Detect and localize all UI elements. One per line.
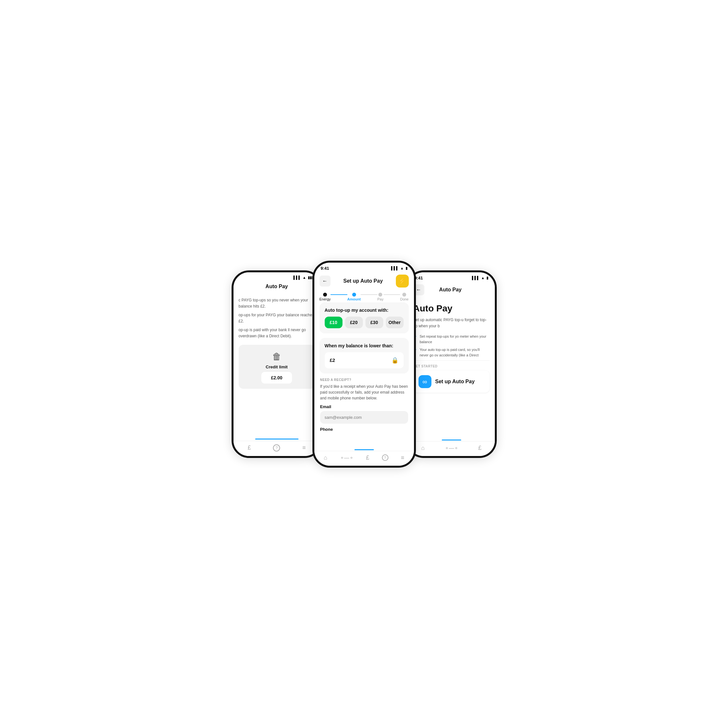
topup-card: Auto top-up my account with: £10 £20 £30… [320, 302, 409, 333]
left-header: Auto Pay [234, 281, 320, 292]
nav-help[interactable]: ? [382, 454, 388, 461]
step-dot-done [402, 293, 406, 297]
step-dot-pay [378, 293, 382, 297]
back-button[interactable]: ← [320, 275, 330, 286]
right-nav-payments[interactable]: £ [478, 445, 482, 451]
right-body: Auto Pay Set up automatic PAYG top-u for… [408, 298, 495, 398]
step-label-pay: Pay [378, 297, 384, 301]
nav-home[interactable]: ⌂ [324, 454, 327, 461]
right-header: ← Auto Pay [408, 282, 495, 298]
balance-card: When my balance is lower than: £2 🔒 [320, 338, 409, 373]
checklist-item-2: ✓ Your auto top-up is paid card, so you'… [413, 347, 489, 358]
amount-30[interactable]: £30 [366, 317, 383, 328]
center-phone: 9:41 ▌▌▌ ▲ ▮ ← Set up Auto Pay ⚡ [312, 261, 416, 468]
center-time: 9:41 [321, 266, 329, 271]
left-text-3: op-up is paid with your bank ll never go… [239, 327, 315, 339]
balance-card-title: When my balance is lower than: [325, 343, 404, 348]
email-label: Email [320, 404, 408, 409]
amount-10[interactable]: £10 [325, 317, 343, 328]
right-battery-icon: ▮ [486, 276, 488, 280]
center-battery-icon: ▮ [405, 266, 407, 271]
checklist-text-2: Your auto top-up is paid card, so you'll… [420, 347, 489, 358]
checklist-item-1: ✓ Set repeat top-ups for yo meter when y… [413, 334, 489, 344]
step-pay: Pay [378, 293, 384, 301]
step-connector-3 [384, 294, 400, 295]
credit-limit-value: £2.00 [261, 372, 292, 384]
step-label-energy: Energy [320, 297, 331, 301]
step-done: Done [400, 293, 408, 301]
left-phone: ▌▌▌ ▲ ▮▮▮ Auto Pay c PAYG top-ups so you… [232, 271, 322, 458]
center-signal-icon: ▌▌▌ [391, 266, 398, 270]
credit-limit-card: 🗑 Credit limit £2.00 [239, 345, 315, 389]
step-dot-energy [323, 293, 327, 297]
left-text-1: c PAYG top-ups so you never when your ba… [239, 297, 315, 309]
left-text-2: op-ups for your PAYG your balance reache… [239, 312, 315, 324]
step-amount: Amount [347, 293, 361, 301]
topup-card-title: Auto top-up my account with: [325, 307, 404, 313]
get-started-label: GET STARTED [413, 360, 489, 368]
right-wifi-icon: ▲ [481, 276, 485, 280]
right-bottom-nav: ⌂ ⚬—⚬ £ [408, 441, 495, 456]
receipt-description: If you'd like a receipt when your Auto P… [320, 384, 408, 401]
step-energy: Energy [320, 293, 331, 301]
infinity-icon: ∞ [419, 375, 431, 388]
nav-item-help[interactable]: ? [273, 444, 280, 451]
email-input[interactable] [320, 411, 408, 424]
balance-value: £2 [330, 357, 335, 363]
right-active-bar [442, 439, 461, 440]
setup-auto-pay-button[interactable]: ∞ Set up Auto Pay [413, 371, 489, 393]
left-status-bar: ▌▌▌ ▲ ▮▮▮ [234, 272, 320, 281]
center-content: Auto top-up my account with: £10 £20 £30… [314, 302, 414, 449]
right-big-title: Auto Pay [413, 303, 489, 314]
wifi-icon: ▲ [303, 275, 306, 280]
right-nav-activity[interactable]: ⚬—⚬ [445, 445, 458, 451]
thunder-button[interactable]: ⚡ [396, 275, 409, 288]
signal-icon: ▌▌▌ [293, 275, 301, 280]
right-description: Set up automatic PAYG top-u forget to to… [413, 317, 489, 329]
center-page-title: Set up Auto Pay [343, 278, 382, 284]
step-connector-2 [361, 294, 377, 295]
center-bottom-nav: ⌂ ⚬—⚬ £ ? ≡ [314, 451, 414, 466]
receipt-section: NEED A RECEIPT? If you'd like a receipt … [320, 378, 409, 432]
amount-20[interactable]: £20 [345, 317, 363, 328]
credit-limit-label: Credit limit [266, 364, 288, 369]
center-wifi-icon: ▲ [401, 266, 404, 270]
left-body: c PAYG top-ups so you never when your ba… [234, 292, 320, 394]
right-signal-icon: ▌▌▌ [472, 276, 479, 280]
lock-icon: 🔒 [392, 357, 398, 364]
step-connector-1 [330, 294, 347, 295]
left-bottom-nav: £ ? ≡ [234, 441, 320, 456]
center-header: ← Set up Auto Pay ⚡ [314, 272, 414, 290]
step-label-done: Done [400, 297, 408, 301]
nav-menu[interactable]: ≡ [401, 454, 404, 461]
amount-options: £10 £20 £30 Other [325, 317, 404, 328]
right-phone: 9:41 ▌▌▌ ▲ ▮ ← Auto Pay Auto Pay Set up … [406, 271, 497, 458]
right-page-title: Auto Pay [439, 287, 462, 293]
nav-activity[interactable]: ⚬—⚬ [340, 455, 353, 461]
trash-icon[interactable]: 🗑 [272, 351, 281, 362]
right-status-bar: 9:41 ▌▌▌ ▲ ▮ [408, 272, 495, 282]
step-label-amount: Amount [347, 297, 361, 301]
setup-auto-pay-label: Set up Auto Pay [435, 379, 475, 385]
amount-other[interactable]: Other [386, 317, 404, 328]
step-dot-amount [352, 293, 356, 297]
scene: ▌▌▌ ▲ ▮▮▮ Auto Pay c PAYG top-ups so you… [186, 261, 542, 468]
nav-item-payments[interactable]: £ [248, 444, 251, 451]
center-status-bar: 9:41 ▌▌▌ ▲ ▮ [314, 263, 414, 272]
center-active-bar [355, 449, 374, 450]
checklist-text-1: Set repeat top-ups for yo meter when you… [420, 334, 489, 344]
right-nav-home[interactable]: ⌂ [421, 445, 425, 451]
nav-item-menu[interactable]: ≡ [302, 444, 306, 451]
left-page-title: Auto Pay [266, 284, 288, 289]
nav-payments[interactable]: £ [366, 454, 369, 461]
phone-label: Phone [320, 427, 408, 432]
balance-input: £2 🔒 [325, 352, 404, 369]
receipt-label: NEED A RECEIPT? [320, 378, 408, 382]
